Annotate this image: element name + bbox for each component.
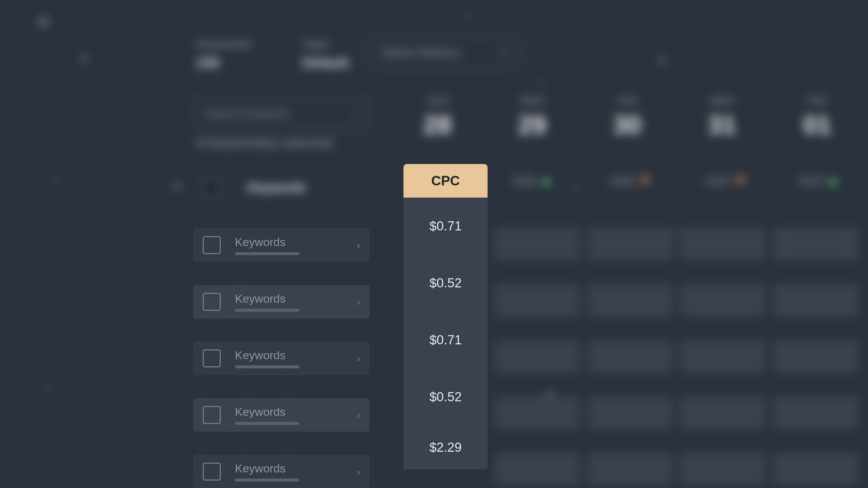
dow-label: TUE: [597, 95, 658, 106]
date-number: 01: [787, 110, 848, 139]
grid-cell[interactable]: [495, 228, 580, 260]
grid-cell[interactable]: [681, 284, 766, 317]
dow-label: SUN: [407, 95, 468, 106]
keyword-progress-bar: [235, 479, 299, 482]
date-number: 29: [502, 110, 563, 139]
grid-cell[interactable]: [495, 453, 580, 485]
change-row: 0,21 - 0,21 - 0,17 0,17: [502, 174, 850, 187]
cpc-value: $0.52: [403, 368, 488, 425]
date-number: 31: [692, 110, 753, 139]
chevron-right-icon[interactable]: ›: [357, 296, 360, 308]
cpc-value: $2.29: [403, 425, 488, 469]
keyword-row[interactable]: Keywords ›: [193, 455, 370, 488]
keyword-label: Keywords: [235, 349, 357, 362]
cpc-value: $0.71: [403, 311, 488, 368]
keyword-label: Keywords: [235, 462, 357, 475]
keywords-label: Keywords: [197, 37, 252, 50]
row-checkbox[interactable]: [203, 293, 221, 311]
grid-cell[interactable]: [495, 340, 580, 373]
row-checkbox[interactable]: [203, 463, 221, 481]
keyword-progress-bar: [235, 309, 299, 312]
keywords-column: Keywords › Keywords › Keywords › Keyword…: [193, 228, 370, 488]
grid-cell[interactable]: [588, 340, 673, 373]
change-value: - 0,21: [606, 174, 635, 187]
date-number: 30: [597, 110, 658, 139]
keyword-row[interactable]: Keywords ›: [193, 285, 370, 319]
grid-cell[interactable]: [588, 284, 673, 317]
type-label: Type: [303, 37, 349, 50]
keywords-value: 236: [197, 55, 252, 70]
date-number: 28: [407, 110, 468, 139]
grid-cell[interactable]: [681, 340, 766, 373]
grid-cell[interactable]: [495, 284, 580, 317]
keyword-row[interactable]: Keywords ›: [193, 342, 370, 375]
chevron-right-icon[interactable]: ›: [357, 240, 360, 251]
keyword-row[interactable]: Keywords ›: [193, 398, 370, 432]
grid-cell[interactable]: [774, 228, 859, 260]
search-input[interactable]: Search Keyword ⌕: [193, 98, 370, 128]
chevron-down-icon: ▼: [499, 47, 508, 58]
chevron-right-icon[interactable]: ›: [357, 466, 360, 477]
grid-cell[interactable]: [774, 453, 859, 485]
dow-label: THU: [787, 95, 848, 106]
dow-label: MON: [502, 95, 563, 106]
grid-cell[interactable]: [588, 396, 673, 429]
grid-cell[interactable]: [588, 228, 673, 260]
grid-cell[interactable]: [774, 396, 859, 429]
keyword-progress-bar: [235, 252, 299, 255]
chevron-right-icon[interactable]: ›: [357, 409, 360, 421]
keyword-progress-bar: [235, 365, 299, 368]
trend-down-icon: [735, 177, 746, 185]
cpc-value: $0.52: [403, 255, 488, 311]
date-header-row: SUN28 MON29 TUE30 WED31 THU01: [407, 95, 848, 139]
dow-label: WED: [692, 95, 753, 106]
chevron-right-icon[interactable]: ›: [357, 353, 360, 364]
row-checkbox[interactable]: [203, 349, 221, 367]
cpc-value: $0.71: [403, 198, 488, 255]
cpc-header: CPC: [403, 164, 488, 198]
keyword-label: Keywords: [235, 405, 357, 419]
grid-cell[interactable]: [681, 453, 766, 485]
trend-up-icon: [540, 177, 551, 185]
metrics-select[interactable]: Select Metrics ▼: [368, 37, 520, 68]
cpc-column: CPC $0.71 $0.52 $0.71 $0.52 $2.29: [403, 164, 488, 469]
row-checkbox[interactable]: [203, 236, 221, 254]
keywords-cpc-panel: Keywords › Keywords › Keywords › Keyword…: [193, 164, 488, 488]
data-grid: [495, 228, 859, 488]
grid-cell[interactable]: [774, 284, 859, 317]
keyword-label: Keywords: [235, 236, 357, 249]
grid-cell[interactable]: [681, 228, 766, 260]
keyword-row[interactable]: Keywords ›: [193, 228, 370, 262]
grid-cell[interactable]: [681, 396, 766, 429]
change-value: - 0,17: [701, 174, 731, 187]
type-value: Default: [303, 55, 349, 70]
metrics-placeholder: Select Metrics: [381, 45, 462, 60]
grid-cell[interactable]: [588, 453, 673, 485]
search-icon: ⌕: [352, 107, 359, 120]
change-value: 0,21: [513, 174, 536, 187]
trend-up-icon: [827, 177, 838, 185]
change-value: 0,17: [800, 174, 823, 187]
header-stats: Keywords 236 Type Default: [197, 37, 349, 70]
trend-down-icon: [639, 177, 650, 185]
grid-cell[interactable]: [774, 340, 859, 373]
search-placeholder: Search Keyword: [204, 107, 289, 120]
keyword-progress-bar: [235, 422, 299, 425]
selection-count: 0 Keyword(s) selected: [197, 136, 333, 150]
row-checkbox[interactable]: [203, 406, 221, 424]
keyword-label: Keywords: [235, 292, 357, 305]
grid-cell[interactable]: [495, 396, 580, 429]
